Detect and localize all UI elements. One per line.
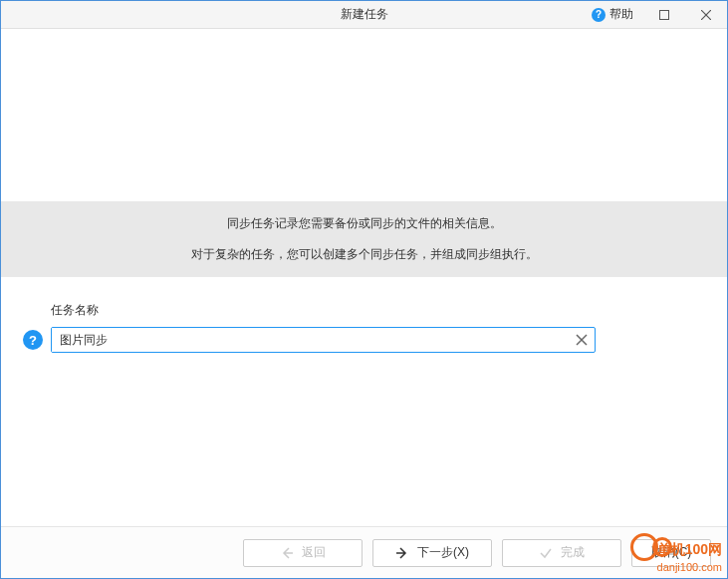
help-label: 帮助 xyxy=(609,6,633,23)
titlebar: 新建任务 ? 帮助 xyxy=(1,1,727,29)
close-button[interactable] xyxy=(685,1,727,28)
help-icon: ? xyxy=(592,8,606,22)
info-text-1: 同步任务记录您需要备份或同步的文件的相关信息。 xyxy=(21,215,707,232)
dialog-window: 新建任务 ? 帮助 同步任务记录您需要备份或同步的文件的相关信息。 对于复杂的任… xyxy=(0,0,728,579)
back-button: 返回 xyxy=(243,539,363,567)
arrow-right-icon xyxy=(395,546,409,560)
back-label: 返回 xyxy=(302,544,326,561)
task-name-label: 任务名称 xyxy=(51,302,677,319)
clear-icon xyxy=(576,334,588,346)
form-area: 任务名称 ? xyxy=(1,277,727,353)
close-icon xyxy=(701,10,711,20)
task-name-input-wrap xyxy=(51,327,596,353)
maximize-icon xyxy=(659,10,669,20)
finish-button: 完成 xyxy=(502,539,621,567)
arrow-left-icon xyxy=(280,546,294,560)
info-text-2: 对于复杂的任务，您可以创建多个同步任务，并组成同步组执行。 xyxy=(21,246,707,263)
check-icon xyxy=(539,546,553,560)
cancel-button[interactable]: 取消(C) xyxy=(631,539,711,567)
maximize-button[interactable] xyxy=(643,1,685,28)
window-title: 新建任务 xyxy=(341,6,388,23)
top-spacer xyxy=(1,29,727,201)
form-row: ? xyxy=(51,327,677,353)
info-panel: 同步任务记录您需要备份或同步的文件的相关信息。 对于复杂的任务，您可以创建多个同… xyxy=(1,201,727,277)
next-label: 下一步(X) xyxy=(417,544,469,561)
next-button[interactable]: 下一步(X) xyxy=(372,539,492,567)
help-button[interactable]: ? 帮助 xyxy=(582,1,643,28)
task-name-input[interactable] xyxy=(52,328,571,352)
field-help-icon[interactable]: ? xyxy=(23,330,43,350)
clear-input-button[interactable] xyxy=(571,329,593,351)
cancel-label: 取消(C) xyxy=(651,544,692,561)
titlebar-controls: ? 帮助 xyxy=(582,1,727,28)
finish-label: 完成 xyxy=(561,544,585,561)
footer-bar: 返回 下一步(X) 完成 取消(C) xyxy=(1,526,727,578)
content-area: 同步任务记录您需要备份或同步的文件的相关信息。 对于复杂的任务，您可以创建多个同… xyxy=(1,29,727,578)
svg-rect-0 xyxy=(660,10,669,19)
flex-spacer xyxy=(1,353,727,526)
